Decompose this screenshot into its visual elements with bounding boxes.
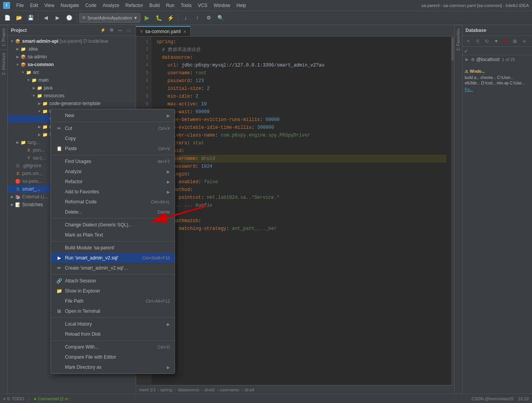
tab-close-btn[interactable]: ✕ (183, 30, 186, 34)
db-connection-label: @localhost (476, 57, 500, 62)
ctx-item-delete[interactable]: Delete... Delete (51, 207, 175, 217)
ctx-create-icon: ✏ (56, 265, 63, 271)
ctx-attach-session-label: Attach Session (65, 278, 96, 284)
tree-item-idea[interactable]: ▶ 📁 .idea (8, 45, 136, 53)
menu-bar: I File Edit View Navigate Code Analyze R… (0, 0, 532, 11)
vtab-structure[interactable]: 2: Structure (0, 49, 7, 78)
ctx-item-open-terminal[interactable]: ⊞ Open in Terminal (51, 306, 175, 316)
db-grid-btn[interactable]: ⊞ (511, 37, 519, 46)
ctx-refactor-arrow-icon: ▶ (167, 180, 170, 184)
breadcrumb-segment-3: datasource: (178, 387, 200, 392)
git-push-btn[interactable]: ↑ (192, 13, 202, 23)
debug-btn[interactable]: 🐛 (154, 13, 164, 23)
ctx-item-run[interactable]: ▶ Run 'smart_admin_v2.sql' Ctrl+Shift+F1… (51, 253, 175, 263)
ctx-item-reload[interactable]: Reload from Disk (51, 329, 175, 339)
status-todo[interactable]: ≡ 6: TODO (3, 396, 24, 401)
ctx-item-reformat[interactable]: Reformat Code Ctrl+Alt+L (51, 197, 175, 207)
build-btn[interactable]: ⚡ (165, 13, 175, 23)
menu-analyze[interactable]: Analyze (100, 2, 122, 9)
status-connected[interactable]: ● Connected (2 m (34, 396, 68, 401)
ctx-item-find-usages[interactable]: Find Usages Alt+F7 (51, 156, 175, 166)
tree-item-smart-admin-api[interactable]: ▼ 📦 smart-admin-api [sa-parent] D:\code\… (8, 37, 136, 45)
open-btn[interactable]: 📂 (14, 13, 24, 23)
db-stop-btn[interactable]: ■ (501, 37, 510, 46)
warning-fix-link[interactable]: Fix... (465, 88, 530, 92)
ctx-item-build-module[interactable]: Build Module 'sa-parent' (51, 243, 175, 253)
menu-run[interactable]: Run (163, 2, 178, 9)
editor-tab-sa-common-yaml[interactable]: Y sa-common.yaml ✕ (136, 26, 191, 36)
status-sep-1 (29, 396, 29, 402)
menu-window[interactable]: Window (210, 2, 233, 9)
tree-item-main[interactable]: ▼ 📁 main (8, 76, 136, 84)
menu-build[interactable]: Build (146, 2, 163, 9)
menu-help[interactable]: Help (233, 2, 249, 9)
run-config-dropdown[interactable]: ⚙ SmartAdminApplication ▼ (79, 13, 140, 23)
tree-arrow-icon: ▼ (31, 93, 37, 98)
ctx-item-cut[interactable]: ✂ Cut Ctrl+X (51, 123, 175, 133)
ctx-file-path-label: File Path (65, 298, 83, 304)
tree-item-java[interactable]: ▶ 📁 java (8, 84, 136, 92)
ctx-item-compare-file[interactable]: Compare File with Editor (51, 352, 175, 362)
ctx-item-create[interactable]: ✏ Create 'smart_admin_v2.sql'... (51, 263, 175, 273)
tree-item-sa-common[interactable]: ▼ 📦 sa-common (8, 61, 136, 68)
ctx-item-analyze[interactable]: Analyze ▶ (51, 166, 175, 177)
vtab-favorites[interactable]: 2: Favorites (455, 25, 462, 54)
db-copy-btn[interactable]: ⎘ (473, 37, 482, 46)
menu-tools[interactable]: Tools (178, 2, 195, 9)
db-settings-btn[interactable]: ≡ (520, 37, 528, 46)
ctx-open-terminal-label: Open in Terminal (65, 308, 100, 314)
menu-navigate[interactable]: Navigate (58, 2, 82, 9)
ctx-compare-file-label: Compare File with Editor (65, 354, 116, 360)
ctx-item-mark-plain[interactable]: Mark as Plain Text (51, 230, 175, 240)
panel-sync-btn[interactable]: ⚡ (99, 26, 107, 34)
ctx-item-refactor[interactable]: Refactor ▶ (51, 177, 175, 187)
ctx-item-local-history[interactable]: Local History ▶ (51, 319, 175, 329)
db-connection-item[interactable]: ▶ ⊗ @localhost 1 of 25 (462, 55, 532, 64)
ctx-item-new[interactable]: New ▶ (51, 110, 175, 121)
menu-code[interactable]: Code (82, 2, 100, 9)
ctx-item-file-path[interactable]: File Path Ctrl+Alt+F12 (51, 296, 175, 306)
settings-btn[interactable]: ⚙ (204, 13, 214, 23)
tree-item-sa-admin[interactable]: ▶ 📦 sa-admin (8, 53, 136, 61)
scrollbar-thumb[interactable] (452, 37, 454, 61)
tree-item-src[interactable]: ▼ 📁 src (8, 68, 136, 76)
folder-icon: 📁 (42, 131, 48, 138)
ctx-item-compare-with[interactable]: Compare With... Ctrl+D (51, 342, 175, 352)
menu-edit[interactable]: Edit (27, 2, 41, 9)
ctx-item-copy[interactable]: Copy (51, 133, 175, 144)
tree-item-code-gen[interactable]: ▶ 📁 code-generator-template (8, 100, 136, 107)
db-add-btn[interactable]: + (464, 37, 472, 46)
run-btn[interactable]: ▶ (142, 13, 152, 23)
db-check-icon: ✓ (464, 48, 469, 54)
back-btn[interactable]: ◀ (41, 13, 51, 23)
menu-refactor[interactable]: Refactor (122, 2, 146, 9)
new-file-btn[interactable]: 📄 (2, 13, 12, 23)
vertical-scrollbar[interactable] (451, 37, 454, 385)
recent-files-btn[interactable]: 🕐 (64, 13, 74, 23)
breadcrumb-segment-1: ment 1/1 (139, 387, 156, 392)
menu-file[interactable]: File (13, 2, 27, 9)
tree-item-resources[interactable]: ▼ 📁 resources (8, 92, 136, 100)
ctx-item-add-favorites[interactable]: Add to Favorites ▶ (51, 187, 175, 197)
db-filter-btn[interactable]: ▼ (492, 37, 500, 46)
search-everywhere-btn[interactable]: 🔍 (215, 13, 226, 23)
ctx-item-attach-session[interactable]: 🔗 Attach Session (51, 276, 175, 286)
vtab-project[interactable]: 1: Project (0, 25, 7, 49)
ctx-show-explorer-icon: 📁 (56, 288, 63, 294)
forward-btn[interactable]: ▶ (52, 13, 63, 23)
ctx-item-paste[interactable]: 📋 Paste Ctrl+V (51, 144, 175, 154)
menu-vcs[interactable]: VCS (195, 2, 211, 9)
ctx-item-show-explorer[interactable]: 📁 Show in Explorer (51, 286, 175, 296)
menu-view[interactable]: View (41, 2, 58, 9)
panel-gear-btn[interactable]: ⚙ (108, 26, 116, 34)
panel-maximize-btn[interactable]: □ (125, 26, 133, 34)
db-refresh-btn[interactable]: ↻ (483, 37, 491, 46)
ctx-item-change-dialect[interactable]: Change Dialect (Generic SQL)... (51, 220, 175, 230)
git-update-btn[interactable]: ↓ (180, 13, 191, 23)
breadcrumb-segment-5: username: (220, 387, 240, 392)
tree-arrow-icon: ▼ (15, 62, 20, 67)
ctx-item-mark-dir[interactable]: Mark Directory as ▶ (51, 362, 175, 372)
code-editor[interactable]: spring: # 数据库连接信息 datasource: url: jdbc:… (152, 37, 451, 385)
panel-close-btn[interactable]: — (116, 26, 124, 34)
save-btn[interactable]: 💾 (26, 13, 36, 23)
